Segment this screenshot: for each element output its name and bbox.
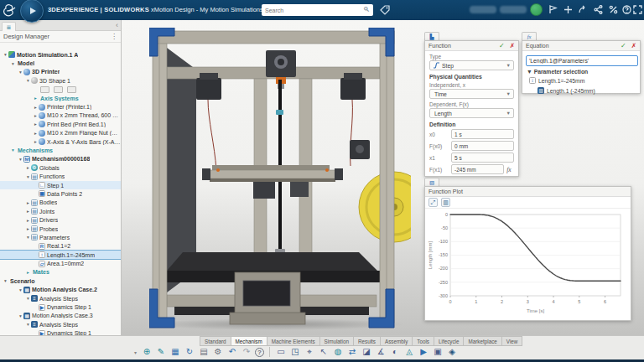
tree-view-tab[interactable]: ≣: [2, 22, 16, 31]
tab-assembly[interactable]: Assembly: [381, 336, 413, 346]
tree-expand-arrow[interactable]: ▾: [25, 235, 31, 240]
tree-expand-arrow[interactable]: ▾: [3, 52, 8, 57]
function-tab[interactable]: ▙: [424, 32, 439, 40]
collapse-panel-icon[interactable]: ‹: [116, 21, 118, 29]
tree-item-mechanisms[interactable]: ▾Mechanisms: [0, 146, 121, 154]
fullscreen-icon[interactable]: [631, 3, 644, 16]
tree-collapse-arrow[interactable]: ▸: [33, 139, 39, 144]
equation-tab[interactable]: fx: [522, 32, 537, 40]
tree-item-mates[interactable]: ▸Mates: [0, 268, 121, 277]
help-icon[interactable]: ?: [255, 348, 264, 357]
independent-select[interactable]: Time▼: [429, 89, 514, 99]
tree-expand-arrow[interactable]: ▾: [18, 287, 23, 292]
tree-item-3d-printer[interactable]: ▾3D Printer: [0, 68, 121, 76]
share-nodes-icon[interactable]: [592, 3, 605, 16]
tree-item-data-points-2[interactable]: ▦Data Points 2: [0, 189, 121, 198]
tree-expand-arrow[interactable]: ▾: [10, 61, 16, 66]
panel-menu-icon[interactable]: ⋮: [111, 33, 117, 40]
printer-3d-model[interactable]: [149, 28, 411, 329]
undo-icon[interactable]: ↶: [226, 346, 238, 358]
parameter-item-length-1-245mm[interactable]: ▥Length.1 (-245mm): [538, 85, 640, 96]
tab-machine-elements[interactable]: Machine Elements: [267, 336, 320, 346]
export-plot-icon[interactable]: ▥: [441, 198, 450, 207]
field-input-f-x0[interactable]: 0 mm: [451, 141, 514, 151]
tab-marketplace[interactable]: Marketplace: [464, 336, 501, 346]
cancel-icon[interactable]: ✗: [631, 42, 636, 49]
measure-icon[interactable]: ∡: [375, 346, 387, 358]
plot-tab[interactable]: ▧: [424, 178, 439, 186]
redo-icon[interactable]: ↷: [241, 346, 252, 358]
toolbar-overflow-icon[interactable]: ▾: [134, 349, 137, 355]
tree-item-length-1-245mm[interactable]: ↕Length.1=-245mm: [0, 251, 121, 259]
tag-icon[interactable]: [379, 4, 391, 16]
tree-expand-arrow[interactable]: ▾: [18, 157, 23, 162]
confirm-icon[interactable]: ✓: [621, 42, 626, 49]
tree-collapse-arrow[interactable]: ▸: [25, 226, 31, 231]
tree-item-globals[interactable]: ▸⚙Globals: [0, 163, 121, 172]
tree-item-3d-shape-1[interactable]: ▾3D Shape 1: [0, 76, 121, 85]
tree-item-x-axis-y-axis-bars-x-axis-y-axis[interactable]: ▸X-Axis & Y-Axis Bars (X-Axis & Y-Axis..…: [0, 137, 121, 146]
import-export-icon[interactable]: ▤: [198, 346, 210, 358]
collaboration-tools-icon[interactable]: [607, 3, 620, 16]
tree-collapse-arrow[interactable]: ▸: [25, 270, 31, 275]
tree-collapse-arrow[interactable]: ▸: [33, 122, 39, 127]
edit-content-icon[interactable]: ✎: [155, 346, 167, 358]
add-content-icon[interactable]: ⊕: [141, 346, 153, 358]
material-sphere-icon[interactable]: ◍: [332, 346, 344, 358]
avatar[interactable]: [530, 3, 543, 16]
display-style-icon[interactable]: ◐: [389, 346, 401, 358]
parameter-item-length-1-245mm[interactable]: ↕Length.1=-245mm: [529, 75, 640, 85]
tree-item-model[interactable]: ▾Model: [0, 59, 121, 67]
share-arrow-icon[interactable]: [577, 3, 589, 16]
pointer-select-icon[interactable]: ↖: [318, 346, 330, 358]
settings-icon[interactable]: ⚙: [212, 346, 224, 358]
tab-simulation[interactable]: Simulation: [320, 336, 354, 346]
tree-item-dynamics-step-1[interactable]: ▶Dynamics Step 1: [0, 303, 121, 311]
tree-item-real-1-2[interactable]: RReal.1=2: [0, 242, 121, 251]
add-icon[interactable]: [562, 3, 574, 16]
tree-collapse-arrow[interactable]: ▸: [25, 218, 31, 223]
camera-view-icon[interactable]: ▣: [432, 346, 444, 358]
tree-item-mechanism00000168[interactable]: ▾MMechanism00000168: [0, 155, 121, 163]
view-cube-icon[interactable]: ◳: [289, 346, 301, 358]
tree-item-dynamics-step-1[interactable]: ▶Dynamics Step 1: [0, 329, 121, 336]
field-input-f-x1[interactable]: -245 mm: [451, 164, 504, 174]
tree-item-drivers[interactable]: ▸▤Drivers: [0, 215, 121, 224]
tree-expand-arrow[interactable]: ▾: [10, 147, 16, 153]
search-icon[interactable]: 🔍︎: [363, 4, 373, 16]
tree-collapse-arrow[interactable]: ▸: [33, 105, 39, 110]
axis-system-icon[interactable]: ⌖: [304, 346, 315, 358]
parameter-selection-header[interactable]: ▼ Parameter selection: [527, 69, 636, 75]
tree-item-joints[interactable]: ▸▤Joints: [0, 207, 121, 215]
tree-expand-arrow[interactable]: ▾: [18, 70, 23, 75]
search-box[interactable]: 🔍︎: [262, 4, 373, 16]
tree-item-printer-printer-1[interactable]: ▸Printer (Printer.1): [0, 102, 121, 111]
animation-play-icon[interactable]: ▶: [418, 346, 429, 358]
refresh-icon[interactable]: ↻: [184, 346, 195, 358]
type-select[interactable]: Step▼: [429, 60, 514, 70]
explode-view-icon[interactable]: ◬: [403, 346, 415, 358]
dependent-select[interactable]: Length▼: [429, 108, 514, 118]
tree-collapse-arrow[interactable]: ▸: [33, 131, 39, 136]
tree-collapse-arrow[interactable]: ▸: [25, 209, 31, 214]
tree-item-m10-x-2mm-thread-600-mm-lang[interactable]: ▸M10 x 2mm Thread, 600 mm Lang...: [0, 111, 121, 120]
tab-view[interactable]: View: [502, 336, 523, 346]
tree-item-motion-analysis-case-3[interactable]: ▾▦Motion Analysis Case.3: [0, 312, 121, 320]
tree-item-bodies[interactable]: ▸▤Bodies: [0, 199, 121, 207]
tree-item-print-bed-print-bed-1[interactable]: ▸Print Bed (Print Bed.1): [0, 120, 121, 128]
cancel-icon[interactable]: ✗: [510, 42, 515, 49]
tree-item-step-1[interactable]: ∟Step 1: [0, 181, 121, 189]
fit-view-icon[interactable]: ▭: [275, 346, 287, 358]
tree-item-motion-simulation-1-a[interactable]: ▾Motion Simulation.1 A: [0, 50, 121, 59]
tree-item-motion-analysis-case-2[interactable]: ▾▦Motion Analysis Case.2: [0, 286, 121, 294]
tree-item-probes[interactable]: ▸▤Probes: [0, 225, 121, 233]
3dexperience-compass[interactable]: [20, 0, 44, 23]
tree-item-area-1-0mm2[interactable]: ▱Area.1=0mm2: [0, 259, 121, 267]
tree-collapse-arrow[interactable]: ▸: [25, 200, 31, 205]
search-input[interactable]: [262, 8, 363, 13]
flag-icon[interactable]: [547, 3, 559, 16]
fx-button[interactable]: fx: [504, 166, 514, 173]
expression-input[interactable]: [526, 55, 638, 66]
tree-item-analysis-steps[interactable]: ▾≡Analysis Steps: [0, 294, 121, 303]
tree-collapse-arrow[interactable]: ▸: [33, 113, 39, 118]
